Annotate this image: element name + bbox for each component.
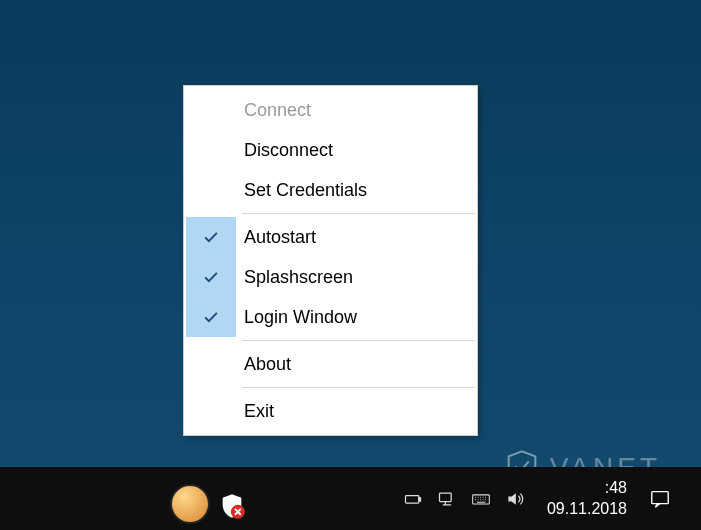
- keyboard-icon[interactable]: [471, 489, 491, 509]
- taskbar-app-icon[interactable]: [170, 484, 210, 524]
- notifications-icon[interactable]: [649, 488, 671, 510]
- check-col: [186, 217, 236, 257]
- menu-label: Login Window: [236, 307, 357, 328]
- menu-label: Connect: [236, 100, 311, 121]
- network-icon[interactable]: [437, 489, 457, 509]
- check-icon: [201, 227, 221, 247]
- menu-separator: [242, 340, 475, 341]
- check-col: [186, 257, 236, 297]
- menu-label: Splashscreen: [236, 267, 353, 288]
- menu-splashscreen[interactable]: Splashscreen: [186, 257, 475, 297]
- check-col: [186, 130, 236, 170]
- svg-rect-3: [439, 493, 451, 501]
- menu-label: Autostart: [236, 227, 316, 248]
- menu-label: Exit: [236, 401, 274, 422]
- menu-separator: [242, 213, 475, 214]
- menu-connect: Connect: [186, 90, 475, 130]
- check-col: [186, 90, 236, 130]
- menu-autostart[interactable]: Autostart: [186, 217, 475, 257]
- check-col: [186, 391, 236, 431]
- menu-about[interactable]: About: [186, 344, 475, 384]
- taskbar-clock[interactable]: :48 09.11.2018: [547, 478, 627, 520]
- tray-context-menu: Connect Disconnect Set Credentials Autos…: [183, 85, 478, 436]
- clock-time: :48: [547, 478, 627, 499]
- menu-login-window[interactable]: Login Window: [186, 297, 475, 337]
- svg-rect-5: [652, 491, 669, 503]
- menu-label: Set Credentials: [236, 180, 367, 201]
- svg-rect-2: [419, 497, 421, 500]
- system-tray: :48 09.11.2018: [403, 467, 671, 530]
- check-icon: [201, 307, 221, 327]
- menu-exit[interactable]: Exit: [186, 391, 475, 431]
- menu-set-credentials[interactable]: Set Credentials: [186, 170, 475, 210]
- menu-label: Disconnect: [236, 140, 333, 161]
- battery-icon[interactable]: [403, 489, 423, 509]
- check-col: [186, 344, 236, 384]
- check-col: [186, 170, 236, 210]
- clock-date: 09.11.2018: [547, 499, 627, 520]
- menu-disconnect[interactable]: Disconnect: [186, 130, 475, 170]
- menu-label: About: [236, 354, 291, 375]
- check-col: [186, 297, 236, 337]
- volume-icon[interactable]: [505, 489, 525, 509]
- svg-rect-1: [405, 495, 418, 503]
- defender-icon[interactable]: [218, 492, 246, 520]
- menu-separator: [242, 387, 475, 388]
- taskbar: :48 09.11.2018: [0, 467, 701, 530]
- check-icon: [201, 267, 221, 287]
